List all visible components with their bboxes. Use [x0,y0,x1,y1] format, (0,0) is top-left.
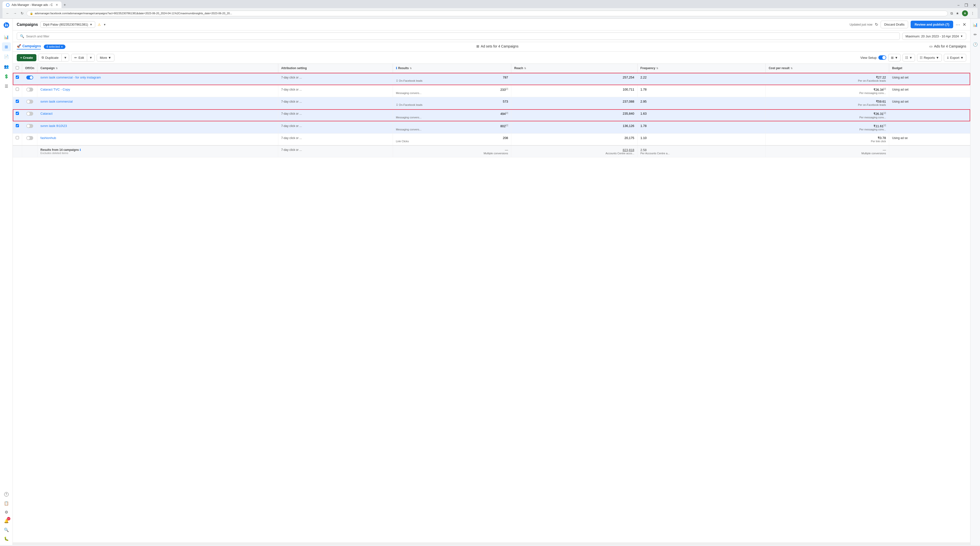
summary-row: Results from 14 campaigns ℹ Excludes del… [13,145,970,158]
results-superscript: [2] [506,88,508,90]
frequency-cell: 1.78 [637,85,765,97]
search-input[interactable] [26,35,897,38]
selected-badge[interactable]: 4 selected ✕ [44,45,65,49]
campaign-toggle[interactable] [26,124,33,128]
cost-header[interactable]: Cost per result ⇅ [766,64,889,73]
campaign-toggle[interactable] [26,100,33,103]
campaign-toggle[interactable] [26,112,33,116]
edit-icon: ✏ [74,56,77,59]
view-setup-toggle[interactable] [878,56,886,60]
sidebar-item-lists[interactable]: ☰ [2,82,11,91]
forward-button[interactable]: → [12,10,18,16]
sidebar-item-help[interactable]: ? [2,490,11,499]
columns-dropdown-icon: ▼ [895,56,898,59]
sidebar-item-notifications[interactable]: 🔔 22 [2,516,11,525]
maximize-button[interactable]: ❐ [963,2,969,8]
reload-button[interactable]: ↻ [20,10,25,16]
header-more-button[interactable]: ⋯ [956,22,960,27]
reach-cell: 100,711 [511,85,638,97]
search-input-wrapper[interactable]: 🔍 [17,32,900,40]
campaign-toggle[interactable] [26,76,33,80]
attribution-value: 7-day click or ... [281,136,302,140]
date-range-button[interactable]: Maximum: 20 Jun 2023 - 10 Apr 2024 ▼ [902,33,966,40]
right-panel-edit-button[interactable]: ✏ [971,30,979,38]
reports-button[interactable]: ☷ Reports ▼ [917,54,942,62]
campaign-name-link[interactable]: svnm lasik commercial - for only instagr… [40,76,101,79]
breakdown-button[interactable]: ☷ ▼ [902,54,915,62]
close-window-button[interactable]: ✕ [971,2,978,8]
sidebar-item-activity[interactable]: 📋 [2,499,11,508]
edit-button[interactable]: ✏ Edit [72,54,87,61]
reach-header[interactable]: Reach ⇅ [511,64,638,73]
sidebar-item-analytics[interactable]: 📊 [2,32,11,41]
campaign-name-link[interactable]: Cataract [40,112,52,115]
tab-campaigns[interactable]: 🚀 Campaigns [17,44,41,49]
row-select-checkbox[interactable] [16,76,19,79]
campaign-name-link[interactable]: Cataract TVC - Copy [40,88,70,91]
clear-selection-button[interactable]: ✕ [61,45,63,48]
account-selector[interactable]: Dipti Palav (802352307861381) ▼ [40,21,95,28]
right-panel-clock-button[interactable]: 🕐 [971,40,979,48]
tab-adsets[interactable]: ⊞ Ad sets for 4 Campaigns [476,44,519,49]
cost-label: Per link click [768,140,886,143]
campaign-toggle[interactable] [26,136,33,140]
row-select-checkbox[interactable] [16,88,19,91]
row-select-checkbox[interactable] [16,136,19,139]
edit-dropdown-button[interactable]: ▼ [87,54,94,61]
sidebar-item-pages[interactable]: 📄 [2,52,11,61]
address-bar[interactable]: 🔒 adsmanager.facebook.com/adsmanager/man… [27,11,948,16]
sidebar-item-grid[interactable]: ⊞ [2,42,11,51]
sidebar-item-billing[interactable]: 💲 [2,72,11,81]
attribution-cell: 7-day click or ... [278,134,393,145]
attribution-cell: 7-day click or ... [278,97,393,109]
summary-results: — [396,148,508,152]
row-select-checkbox[interactable] [16,112,19,115]
warning-dropdown-icon[interactable]: ▼ [103,23,106,26]
browser-chrome: ◯ Ads Manager - Manage ads - C ✕ + − ❐ ✕… [0,0,980,19]
sidebar-item-search[interactable]: 🔍 [2,525,11,534]
back-button[interactable]: ← [5,10,10,16]
sidebar-item-audiences[interactable]: 👥 [2,62,11,71]
refresh-button[interactable]: ↻ [875,22,878,27]
tab-close-button[interactable]: ✕ [56,3,58,6]
create-button[interactable]: + Create [17,54,37,61]
frequency-header[interactable]: Frequency ⇅ [637,64,765,73]
campaign-header[interactable]: Campaign ⇅ [37,64,278,73]
campaign-name-cell: svnm lasik commercial - for only instagr… [37,73,278,85]
campaigns-table: Off/On Campaign ⇅ Attribution setting [13,64,970,158]
select-all-header[interactable] [13,64,22,73]
new-tab-button[interactable]: + [62,2,68,8]
cast-icon[interactable]: ⧉ [950,11,954,16]
discard-drafts-button[interactable]: Discard Drafts [881,21,908,28]
duplicate-dropdown-button[interactable]: ▼ [62,54,69,61]
more-button[interactable]: More ▼ [97,54,115,62]
campaign-name-link[interactable]: fashionhub [40,136,56,140]
sidebar-item-settings[interactable]: ⚙ [2,508,11,516]
results-cell: 573↧ On-Facebook leads [393,97,511,109]
campaign-col-label: Campaign [40,67,55,70]
minimize-button[interactable]: − [956,3,961,8]
campaign-name-link[interactable]: svnm lasik 9\10\23 [40,124,67,128]
horizontal-scrollbar[interactable] [13,543,970,545]
cost-cell: ₹26.31[2]Per messaging conv... [766,109,889,121]
browser-tab[interactable]: ◯ Ads Manager - Manage ads - C ✕ [2,2,62,8]
duplicate-button[interactable]: ⧉ Duplicate [39,54,62,61]
row-select-checkbox[interactable] [16,124,19,127]
more-menu-button[interactable]: ⋮ [970,11,975,16]
sidebar-item-debug[interactable]: 🐛 [2,534,11,543]
row-checkbox-cell [13,121,22,134]
right-panel: 📊 ✏ 🕐 [970,19,980,545]
bookmark-icon[interactable]: ★ [955,11,960,16]
row-select-checkbox[interactable] [16,100,19,103]
review-publish-button[interactable]: Review and publish (7) [911,21,953,28]
results-header[interactable]: ℹ Results ⇅ [393,64,511,73]
header-close-button[interactable]: ✕ [963,22,966,27]
columns-button[interactable]: ⊞ ▼ [888,54,900,62]
tab-ads[interactable]: ▭ Ads for 4 Campaigns [929,44,966,49]
profile-menu-button[interactable]: A [961,10,969,17]
right-panel-chart-button[interactable]: 📊 [971,21,979,29]
export-button[interactable]: ⇓ Export ▼ [944,54,966,62]
campaign-name-link[interactable]: svnm lasik commercial [40,100,73,103]
select-all-checkbox[interactable] [16,66,19,69]
campaign-toggle[interactable] [26,88,33,92]
